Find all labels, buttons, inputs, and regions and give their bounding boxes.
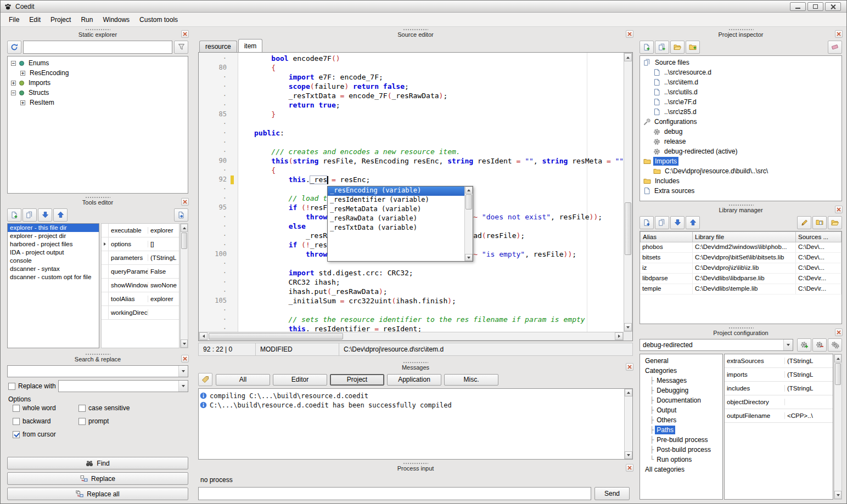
option-prompt[interactable]: prompt bbox=[78, 417, 186, 425]
dropdown-arrow-icon[interactable] bbox=[178, 381, 188, 392]
close-button[interactable] bbox=[825, 2, 841, 11]
completion-scrollbar[interactable] bbox=[464, 186, 473, 261]
maximize-button[interactable] bbox=[807, 2, 823, 11]
completion-item[interactable]: _resIdentifier (variable) bbox=[328, 196, 473, 205]
completion-item[interactable]: _resEncoding (variable) bbox=[328, 186, 473, 196]
filter-project-button[interactable]: Project bbox=[330, 374, 384, 386]
project-tree-node[interactable]: debug-redirected (active) bbox=[641, 146, 840, 156]
tool-list-item[interactable]: IDA - project output bbox=[8, 248, 99, 257]
property-row[interactable]: queryParametFalse bbox=[102, 265, 179, 279]
menu-run[interactable]: Run bbox=[76, 14, 98, 26]
completion-item[interactable]: _resMetaData (variable) bbox=[328, 205, 473, 214]
property-value[interactable]: (TStringL bbox=[785, 371, 833, 378]
code-line[interactable]: this._resIdentifier = resIdent; bbox=[254, 325, 624, 332]
library-row[interactable]: templeC:\Dev\dlibs\temple.libC:\Dev\r... bbox=[640, 284, 842, 295]
find-button[interactable]: Find bbox=[7, 457, 188, 469]
remove-config-button[interactable] bbox=[812, 338, 827, 352]
category-item[interactable]: ├Others bbox=[641, 415, 721, 425]
property-value[interactable]: (TStringL bbox=[148, 254, 179, 261]
project-tree-node[interactable]: ..\src\utils.d bbox=[641, 87, 840, 97]
property-value[interactable]: (TStringL bbox=[785, 385, 833, 392]
close-panel-button[interactable] bbox=[835, 206, 843, 213]
open-library-button[interactable] bbox=[828, 216, 842, 229]
category-item[interactable]: ├Post-build process bbox=[641, 445, 721, 455]
message-row[interactable]: C:\...\build\resource.d.coedit has been … bbox=[200, 400, 631, 410]
property-row[interactable]: toolAliasexplorer bbox=[102, 292, 179, 306]
close-panel-button[interactable] bbox=[835, 30, 843, 38]
tool-list-item[interactable]: dscanner - custom opt for file bbox=[8, 273, 99, 281]
code-line[interactable] bbox=[254, 306, 624, 315]
category-item[interactable]: Categories bbox=[641, 366, 721, 376]
property-row[interactable]: executableexplorer bbox=[102, 224, 179, 237]
code-line[interactable]: _resTxtData = encode_7F(_resRawData); bbox=[254, 92, 624, 101]
clone-config-button[interactable] bbox=[828, 338, 842, 352]
library-row[interactable]: bitsetsC:\Dev\dproj\bitSet\lib\bitsets.l… bbox=[640, 253, 842, 263]
editor-hscrollbar[interactable] bbox=[199, 332, 624, 341]
move-down-button[interactable] bbox=[38, 208, 52, 222]
code-line[interactable]: this._res = resEnc; bbox=[254, 175, 624, 185]
symbol-tree-node[interactable]: −Enums bbox=[9, 58, 187, 68]
code-line[interactable]: return true; bbox=[254, 101, 624, 110]
code-line[interactable]: import std.digest.crc: CRC32; bbox=[254, 269, 624, 278]
project-tree-node[interactable]: debug bbox=[641, 127, 840, 137]
open-folder-button[interactable] bbox=[670, 41, 685, 54]
add-source-button[interactable] bbox=[640, 41, 654, 54]
category-item[interactable]: ├Output bbox=[641, 405, 721, 415]
symbol-tree-node[interactable]: −Structs bbox=[9, 88, 187, 98]
property-value[interactable]: [] bbox=[148, 241, 179, 247]
close-panel-button[interactable] bbox=[835, 329, 843, 336]
column-header[interactable]: Library file bbox=[693, 231, 796, 242]
tools-grid-scrollbar[interactable] bbox=[180, 223, 188, 348]
code-line[interactable]: /// creates and encodes a new resource i… bbox=[254, 148, 624, 157]
collapse-icon[interactable]: − bbox=[11, 90, 16, 95]
menu-edit[interactable]: Edit bbox=[24, 14, 46, 26]
move-down-button[interactable] bbox=[670, 216, 685, 229]
dropdown-arrow-icon[interactable] bbox=[783, 339, 793, 350]
option-from-cursor[interactable]: from cursor bbox=[13, 431, 78, 438]
library-from-project-button[interactable] bbox=[812, 216, 827, 229]
expand-icon[interactable]: + bbox=[20, 100, 25, 105]
replace-input[interactable] bbox=[59, 381, 178, 392]
option-backward[interactable]: backward bbox=[13, 417, 78, 425]
menu-custom-tools[interactable]: Custom tools bbox=[134, 14, 183, 26]
code-line[interactable]: this(string resFile, ResEncoding resEnc,… bbox=[254, 157, 624, 166]
property-value[interactable]: False bbox=[148, 268, 179, 275]
code-line[interactable]: // sets the resource identifier to the r… bbox=[254, 315, 624, 325]
replace-all-button[interactable]: Replace all bbox=[7, 488, 188, 500]
tool-list-item[interactable]: explorer - project dir bbox=[8, 232, 99, 240]
dropdown-arrow-icon[interactable] bbox=[178, 366, 188, 377]
option-case-sensitive[interactable]: case sensitive bbox=[78, 404, 186, 412]
messages-scrollbar[interactable] bbox=[624, 389, 632, 459]
library-row[interactable]: izC:\Dev\dproj\iz\lib\iz.libC:\Dev\... bbox=[640, 263, 842, 274]
code-line[interactable]: } bbox=[254, 110, 624, 120]
add-config-button[interactable] bbox=[797, 338, 811, 352]
editor-tab-item[interactable]: item bbox=[238, 39, 263, 52]
add-library-button[interactable] bbox=[640, 216, 654, 229]
process-input-field[interactable] bbox=[198, 487, 591, 500]
project-tree-node[interactable]: Extra sources bbox=[641, 186, 840, 196]
category-item[interactable]: ├Pre-build process bbox=[641, 435, 721, 445]
close-panel-button[interactable] bbox=[626, 363, 633, 371]
menu-windows[interactable]: Windows bbox=[98, 14, 134, 26]
code-line[interactable]: scope(failure) return false; bbox=[254, 82, 624, 92]
editor-vscrollbar[interactable] bbox=[624, 53, 632, 332]
project-tree-node[interactable]: Imports bbox=[641, 156, 840, 166]
project-tree-node[interactable]: Configurations bbox=[641, 117, 840, 127]
symbol-tree-node[interactable]: +ResItem bbox=[9, 98, 187, 107]
search-combobox[interactable] bbox=[7, 365, 188, 377]
library-row[interactable]: phobosC:\Dev\dmd2\windows\lib\phob...C:\… bbox=[640, 242, 842, 253]
expand-icon[interactable]: + bbox=[20, 71, 25, 76]
category-item[interactable]: ├Debugging bbox=[641, 386, 721, 395]
category-item[interactable]: ├Messages bbox=[641, 376, 721, 386]
project-tree-node[interactable]: Source files bbox=[641, 58, 840, 67]
library-row[interactable]: libdparseC:\Dev\dlibs\libdparse.libC:\De… bbox=[640, 274, 842, 284]
code-line[interactable]: _initialSum = crc322uint(ihash.finish); bbox=[254, 297, 624, 306]
symbol-tree-node[interactable]: +Imports bbox=[9, 78, 187, 88]
property-row[interactable]: parameters(TStringL bbox=[102, 251, 179, 265]
close-panel-button[interactable] bbox=[626, 30, 633, 38]
project-tree-node[interactable]: C:\Dev\dproj\resource.d\build\..\src\ bbox=[641, 166, 840, 176]
property-value[interactable]: swoNone bbox=[148, 282, 179, 288]
code-line[interactable]: public: bbox=[254, 129, 624, 138]
close-panel-button[interactable] bbox=[181, 198, 189, 206]
replace-button[interactable]: Replace bbox=[7, 472, 188, 485]
